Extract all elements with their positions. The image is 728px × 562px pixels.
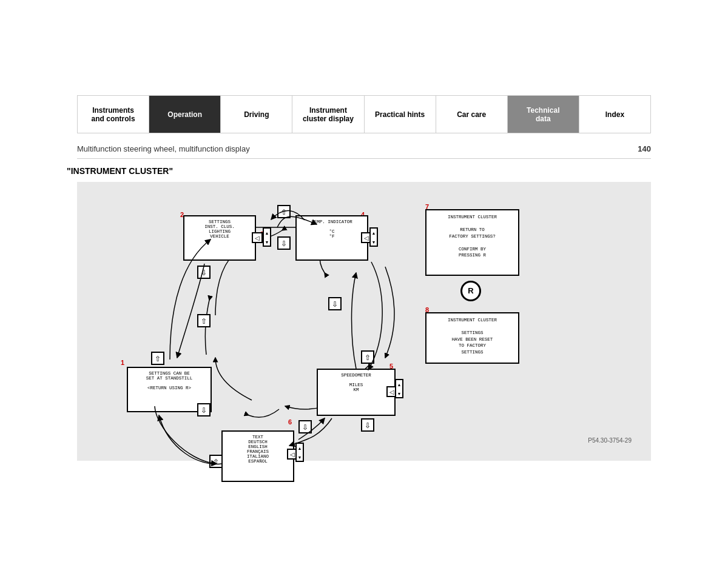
arrow-right-center-down[interactable]: ⇩ bbox=[328, 297, 342, 310]
display-box-7: INSTRUMENT CLUSTERRETURN TOFACTORY SETTI… bbox=[425, 209, 519, 276]
label-1: 1 bbox=[121, 359, 124, 366]
display-box-5: SPEEDOMETERMILESKM bbox=[317, 369, 396, 416]
breadcrumb-title: Multifunction steering wheel, multifunct… bbox=[77, 144, 638, 153]
section-title: "INSTRUMENT CLUSTER" bbox=[67, 166, 661, 176]
nav-instruments[interactable]: Instrumentsand controls bbox=[78, 96, 149, 133]
arrow-below-box5-down[interactable]: ⇩ bbox=[361, 418, 374, 432]
nav-index[interactable]: Index bbox=[579, 96, 650, 133]
arrow-down-2[interactable]: ⇩ bbox=[197, 266, 211, 279]
display-box-4: TEMP. INDICATOR°C°F bbox=[295, 215, 368, 261]
display-box-2: SETTINGSINST. CLUS.LIGHTINGVEHICLE bbox=[183, 215, 256, 261]
display-box-6: TEXTDEUTSCHENGLISHFRANÇAISITALIANOESPAÑO… bbox=[221, 430, 294, 482]
nav-operation[interactable]: Operation bbox=[149, 96, 221, 133]
breadcrumb: Multifunction steering wheel, multifunct… bbox=[77, 139, 651, 159]
page-content: Multifunction steering wheel, multifunct… bbox=[77, 133, 651, 159]
arrow-6-down[interactable]: ⇩ bbox=[298, 420, 312, 433]
nav-technical-data[interactable]: Technicaldata bbox=[508, 96, 579, 133]
nav-driving[interactable]: Driving bbox=[221, 96, 292, 133]
nav-practical-hints[interactable]: Practical hints bbox=[365, 96, 436, 133]
arrow-up-1[interactable]: ⇧ bbox=[151, 352, 164, 365]
updown-4[interactable]: ▲▼ bbox=[369, 227, 378, 247]
r-button[interactable]: R bbox=[460, 281, 481, 301]
updown-5[interactable]: ▲▼ bbox=[395, 379, 403, 398]
updown-6[interactable]: ▲▼ bbox=[295, 443, 304, 462]
diagram-inner: 1 SETTINGS CAN BESET AT STANDSTILL<RETUR… bbox=[89, 194, 639, 449]
diagram-container: 1 SETTINGS CAN BESET AT STANDSTILL<RETUR… bbox=[77, 182, 651, 461]
updown-3[interactable]: ▲▼ bbox=[263, 227, 271, 247]
nav-car-care[interactable]: Car care bbox=[436, 96, 508, 133]
nav-instrument-cluster[interactable]: Instrumentcluster display bbox=[292, 96, 364, 133]
arrow-lower-left-down[interactable]: ⇩ bbox=[197, 403, 211, 416]
display-box-8: INSTRUMENT CLUSTERSETTINGSHAVE BEEN RESE… bbox=[425, 312, 519, 364]
navigation-bar: Instrumentsand controls Operation Drivin… bbox=[77, 95, 651, 133]
arrow-right-3[interactable]: ◁ bbox=[252, 232, 263, 243]
label-6: 6 bbox=[288, 418, 292, 426]
arrow-mid-up[interactable]: ⇧ bbox=[197, 314, 211, 327]
arrow-mid-top-down[interactable]: ⇩ bbox=[277, 236, 291, 250]
arrow-box6-up[interactable]: ⇧ bbox=[209, 455, 223, 468]
reference-number: P54.30-3754-29 bbox=[588, 437, 632, 444]
breadcrumb-page: 140 bbox=[638, 144, 651, 153]
arrow-top-center-up[interactable]: ⇧ bbox=[277, 205, 291, 218]
arrow-right-lower-up[interactable]: ⇧ bbox=[361, 350, 374, 364]
